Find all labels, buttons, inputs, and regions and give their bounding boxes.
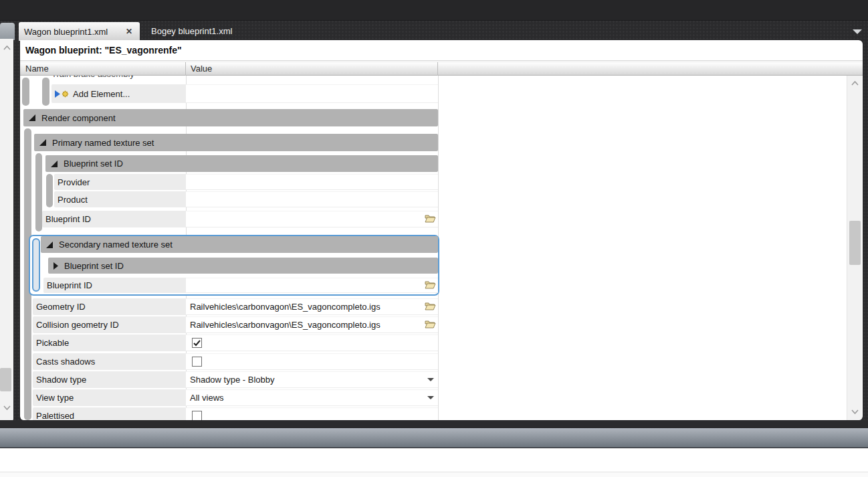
blueprint-id-value[interactable]: [186, 211, 438, 227]
row-collision-geometry-id[interactable]: Collision geometry ID: [33, 316, 186, 333]
group-secondary-named-texture-set[interactable]: Secondary named texture set: [41, 236, 438, 253]
group-primary-named-texture-set[interactable]: Primary named texture set: [34, 134, 438, 151]
new-element-star-icon: [62, 91, 68, 97]
value-cell[interactable]: [186, 84, 438, 103]
blueprint-id-value[interactable]: [186, 278, 438, 293]
tab-wagon-blueprint[interactable]: Wagon blueprint1.xml ✕: [19, 22, 140, 41]
clipped-group-header[interactable]: Train brake assembly: [51, 76, 225, 82]
collision-geometry-id-value[interactable]: Railvehicles\carbonvagon\ES_vagoncomplet…: [186, 316, 438, 333]
property-grid: Train brake assembly Add Element... Rend…: [21, 76, 846, 420]
palettised-checkbox-unchecked[interactable]: [192, 411, 202, 420]
grid-column-header: Name Value: [20, 62, 863, 76]
column-divider[interactable]: [437, 62, 438, 76]
browse-folder-icon[interactable]: [425, 319, 436, 330]
bottom-status-strip: [0, 472, 868, 477]
indent-pillar: [22, 78, 29, 106]
bottom-gradient-band: [0, 428, 868, 448]
row-palettised[interactable]: Palettised: [33, 407, 186, 420]
row-provider[interactable]: Provider: [54, 174, 186, 190]
indent-pillar: [46, 174, 53, 207]
browse-folder-icon[interactable]: [425, 301, 436, 312]
shadow-type-dropdown[interactable]: Shadow type - Blobby: [186, 371, 438, 388]
provider-value[interactable]: [186, 174, 438, 190]
tab-overflow-chevron-icon[interactable]: [853, 29, 862, 34]
dropdown-arrow-icon[interactable]: [427, 378, 434, 381]
casts-shadows-checkbox-unchecked[interactable]: [192, 357, 202, 367]
group-blueprint-set-id-2[interactable]: Blueprint set ID: [48, 258, 438, 274]
indent-pillar: [42, 78, 49, 106]
row-product[interactable]: Product: [54, 191, 186, 207]
row-casts-shadows[interactable]: Casts shadows: [33, 353, 186, 370]
bottom-dark-band: [0, 420, 868, 428]
expander-expanded-icon[interactable]: [51, 161, 58, 167]
group-blueprint-set-id[interactable]: Blueprint set ID: [45, 155, 438, 172]
scrollbar-thumb[interactable]: [0, 368, 11, 391]
panel-corner-block: [0, 23, 15, 40]
tab-bogey-blueprint[interactable]: Bogey blueprint1.xml: [146, 22, 237, 40]
scrollbar-thumb[interactable]: [849, 221, 861, 265]
scroll-up-icon[interactable]: [0, 45, 13, 50]
geometry-id-value[interactable]: Railvehicles\carbonvagon\ES_vagoncomplet…: [186, 298, 438, 315]
tab-label: Wagon blueprint1.xml: [24, 27, 124, 37]
blueprint-property-panel: Wagon blueprint: "ES_vagonrenfe" Name Va…: [20, 40, 863, 420]
close-tab-icon[interactable]: ✕: [124, 26, 134, 37]
row-blueprint-id[interactable]: Blueprint ID: [42, 211, 186, 227]
indent-pillar: [35, 153, 42, 231]
title-divider: [20, 60, 863, 61]
pickable-checkbox-checked[interactable]: [192, 338, 202, 348]
column-value: Value: [191, 64, 212, 74]
grid-vertical-scrollbar[interactable]: [847, 76, 862, 420]
casts-shadows-value[interactable]: [186, 353, 438, 370]
browse-folder-icon[interactable]: [425, 280, 436, 291]
expander-expanded-icon[interactable]: [29, 114, 35, 121]
scroll-down-icon[interactable]: [847, 409, 862, 414]
row-shadow-type[interactable]: Shadow type: [33, 371, 186, 388]
view-type-dropdown[interactable]: All views: [186, 389, 438, 406]
blueprint-editor-window: Wagon blueprint1.xml ✕ Bogey blueprint1.…: [0, 0, 868, 477]
palettised-value[interactable]: [186, 407, 438, 420]
tab-label: Bogey blueprint1.xml: [151, 26, 232, 36]
scroll-up-icon[interactable]: [847, 81, 862, 86]
dropdown-arrow-icon[interactable]: [427, 396, 434, 399]
browse-folder-icon[interactable]: [425, 213, 436, 225]
scroll-down-icon[interactable]: [0, 405, 13, 410]
page-title: Wagon blueprint: "ES_vagonrenfe": [25, 45, 182, 56]
pickable-value[interactable]: [186, 335, 438, 351]
row-geometry-id[interactable]: Geometry ID: [33, 298, 186, 315]
add-element-row[interactable]: Add Element...: [51, 84, 186, 103]
row-pickable[interactable]: Pickable: [33, 335, 186, 351]
row-view-type[interactable]: View type: [33, 389, 186, 406]
column-name: Name: [25, 64, 49, 74]
column-divider[interactable]: [185, 62, 186, 76]
window-top-band: [0, 0, 868, 21]
expander-expanded-icon[interactable]: [39, 139, 46, 146]
group-render-component[interactable]: Render component: [23, 109, 438, 126]
row-blueprint-id[interactable]: Blueprint ID: [43, 278, 186, 293]
product-value[interactable]: [186, 191, 438, 207]
selected-indent-pillar: [32, 238, 40, 292]
expander-expanded-icon[interactable]: [46, 242, 53, 248]
left-panel-scrollbar[interactable]: [0, 39, 13, 423]
expander-collapsed-icon[interactable]: [53, 262, 58, 270]
add-element-icon: [55, 90, 68, 98]
